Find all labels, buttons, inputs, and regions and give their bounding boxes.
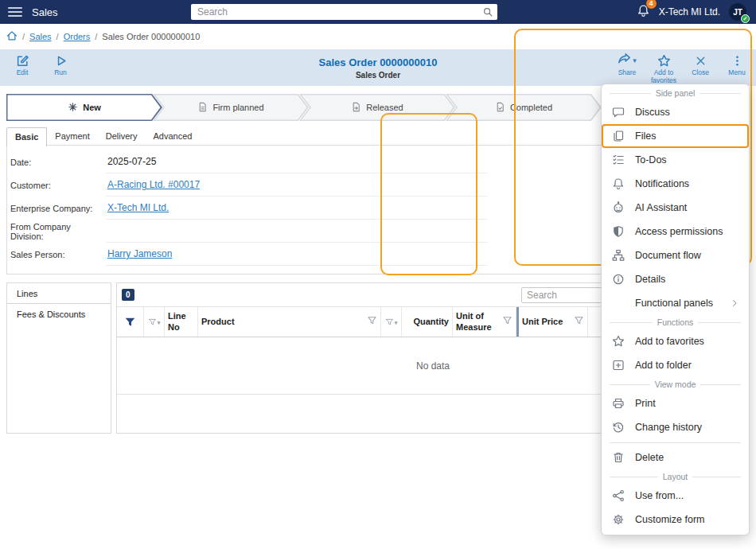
enterprise-company-link[interactable]: X-Tech MI Ltd.	[107, 202, 169, 213]
company-name[interactable]: X-Tech MI Ltd.	[659, 6, 720, 18]
uom-filter-icon[interactable]	[502, 315, 512, 328]
menu-item-change-history[interactable]: Change history	[602, 415, 749, 439]
menu-item-delete[interactable]: Delete	[602, 446, 749, 469]
date-field[interactable]: 2025-07-25	[106, 150, 488, 173]
menu-item-discuss[interactable]: Discuss	[602, 100, 749, 124]
field-label: Date:	[10, 158, 106, 167]
menu-item-print[interactable]: Print	[602, 391, 749, 415]
menu-item-access-permissions[interactable]: Access permissions	[602, 220, 749, 243]
menu-item-to-dos[interactable]: To-Dos	[602, 148, 749, 172]
menu-item-label: Discuss	[635, 107, 670, 118]
column-header-line-no[interactable]: Line No	[165, 307, 198, 337]
grid-filter-icon[interactable]	[117, 307, 144, 337]
column-header-quantity[interactable]: Quantity	[402, 307, 453, 337]
menu-section-side-panel: Side panel	[602, 86, 749, 100]
row-count-badge: 0	[122, 289, 134, 301]
todos-icon	[611, 154, 625, 166]
share-icon	[618, 53, 631, 68]
run-button[interactable]: Run	[45, 53, 76, 77]
column-label: Product	[201, 317, 235, 327]
column-filter-selector[interactable]: ▾	[381, 307, 402, 337]
breadcrumb-link-orders[interactable]: Orders	[64, 32, 91, 41]
top-bar: Sales 4 X-Tech MI Ltd. JT ✓	[0, 0, 756, 24]
sales-person-field: Harry Jameson	[106, 243, 488, 266]
context-menu: Side panel Discuss Files To-Dos Notifica…	[601, 84, 750, 535]
from-company-division-field[interactable]	[106, 220, 488, 243]
funnel-caret-icon: ▾	[385, 317, 398, 326]
field-label: Enterprise Company:	[10, 204, 106, 213]
breadcrumb-separator: /	[95, 32, 97, 41]
side-tab-fees-discounts[interactable]: Fees & Discounts	[7, 304, 111, 325]
share-button[interactable]: ▾ Share	[611, 53, 643, 77]
workflow-stage-released[interactable]: Released	[299, 94, 455, 121]
tab-advanced[interactable]: Advanced	[146, 127, 201, 146]
menu-item-functional-panels[interactable]: Functional panels	[602, 291, 749, 315]
gear-icon	[611, 513, 625, 526]
side-tab-lines[interactable]: Lines	[7, 283, 111, 304]
sales-person-link[interactable]: Harry Jameson	[107, 248, 172, 259]
share-caret-icon[interactable]: ▾	[633, 56, 637, 64]
run-label: Run	[54, 69, 67, 77]
menu-item-add-to-favorites[interactable]: Add to favorites	[602, 329, 749, 353]
close-icon	[695, 53, 707, 68]
favorites-star-icon	[657, 53, 671, 68]
document-flow-icon	[611, 249, 625, 262]
favorites-label: Add to favorites	[648, 69, 680, 85]
menu-item-label: Print	[635, 398, 656, 409]
edit-button[interactable]: Edit	[6, 53, 38, 77]
workflow-stage-new[interactable]: New	[6, 94, 162, 121]
tab-payment[interactable]: Payment	[47, 127, 97, 146]
menu-item-notifications[interactable]: Notifications	[602, 172, 749, 196]
hamburger-menu-icon[interactable]	[8, 7, 22, 17]
global-search-input[interactable]	[191, 4, 497, 20]
menu-item-use-from[interactable]: Use from...	[602, 484, 749, 508]
column-header-product[interactable]: Product	[198, 307, 381, 337]
info-icon	[611, 273, 625, 286]
home-icon[interactable]	[6, 30, 18, 43]
page-title: Sales Order 0000000010	[319, 56, 438, 68]
workflow-stage-completed[interactable]: Completed	[446, 94, 602, 121]
customer-link[interactable]: A-Racing Ltd. #00017	[107, 179, 200, 190]
column-header-unit-of-measure[interactable]: Unit of Measure	[453, 307, 516, 337]
menu-item-details[interactable]: Details	[602, 267, 749, 291]
breadcrumb-link-sales[interactable]: Sales	[29, 32, 52, 41]
tab-basic[interactable]: Basic	[6, 127, 47, 146]
edit-icon	[16, 53, 29, 68]
add-to-favorites-button[interactable]: Add to favorites	[648, 53, 680, 85]
menu-item-label: Use from...	[635, 490, 684, 501]
notification-count-badge: 4	[646, 0, 657, 9]
menu-item-label: Access permissions	[635, 226, 723, 237]
menu-item-ai-assistant[interactable]: AI Assistant	[602, 196, 749, 220]
kebab-menu-icon	[731, 53, 743, 68]
column-filter-selector[interactable]: ▾	[144, 307, 165, 337]
menu-separator	[602, 439, 749, 446]
edit-label: Edit	[17, 69, 29, 77]
workflow-stage-bar: New Firm planned Released Completed	[6, 94, 602, 121]
menu-item-label: Functional panels	[635, 298, 713, 309]
released-stage-icon	[351, 102, 361, 114]
menu-item-document-flow[interactable]: Document flow	[602, 243, 749, 267]
field-label: Sales Person:	[10, 250, 106, 259]
menu-item-files[interactable]: Files	[602, 124, 749, 148]
detail-side-tabs: Lines Fees & Discounts	[6, 282, 111, 434]
menu-item-add-to-folder[interactable]: Add to folder	[602, 353, 749, 377]
menu-item-customize-form[interactable]: Customize form	[602, 508, 749, 531]
run-icon	[54, 53, 68, 68]
tab-delivery[interactable]: Delivery	[98, 127, 146, 146]
unit-price-filter-icon[interactable]	[574, 315, 584, 328]
product-filter-icon[interactable]	[367, 315, 377, 328]
customer-field: A-Racing Ltd. #00017	[106, 173, 488, 197]
date-value: 2025-07-25	[107, 156, 156, 167]
workflow-stage-firm-planned[interactable]: Firm planned	[153, 94, 309, 121]
chevron-right-icon	[730, 298, 739, 308]
user-avatar[interactable]: JT ✓	[729, 3, 746, 21]
column-header-unit-price[interactable]: Unit Price	[516, 307, 588, 337]
menu-item-label: Customize form	[635, 514, 705, 525]
menu-button[interactable]: Menu	[721, 53, 753, 77]
stage-label: Released	[366, 103, 403, 112]
notifications-bell-icon[interactable]: 4	[637, 4, 650, 20]
breadcrumb-separator: /	[57, 32, 59, 41]
discuss-icon	[611, 106, 625, 119]
print-icon	[611, 397, 625, 410]
close-button[interactable]: Close	[684, 53, 716, 77]
